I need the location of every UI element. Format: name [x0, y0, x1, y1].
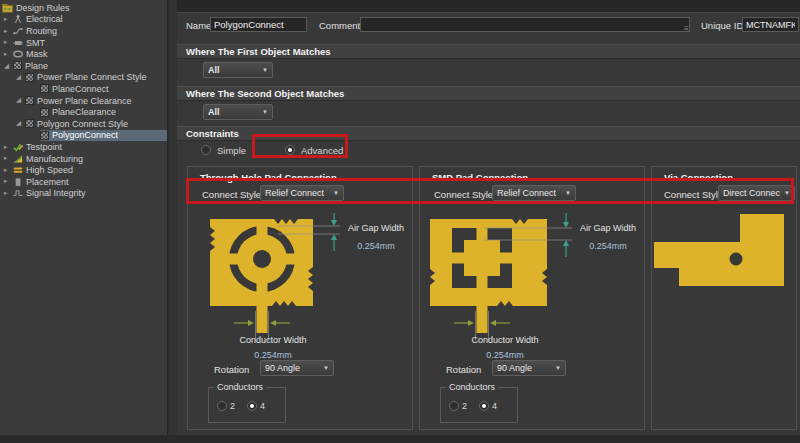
electrical-icon	[13, 14, 23, 24]
dropdown-value: All	[208, 65, 220, 75]
second-object-scope-dropdown[interactable]: All ▼	[203, 104, 273, 120]
through-hole-pad-diagram: Air Gap Width 0.254mm Conductor Width 0.…	[188, 211, 412, 363]
smd-pad-diagram: Air Gap Width 0.254mm Conductor Width 0.…	[420, 211, 644, 363]
air-gap-width-label: Air Gap Width	[340, 223, 412, 233]
sidebar-item-power-plane-clearance[interactable]: ◢ Power Plane Clearance	[0, 95, 167, 107]
expand-expanded-icon[interactable]: ◢	[16, 120, 25, 127]
sidebar-item-signal-integrity[interactable]: ▸ Signal Integrity	[0, 188, 167, 200]
expand-collapsed-icon[interactable]: ▸	[4, 51, 13, 58]
sidebar-item-label: Placement	[26, 177, 69, 187]
folder-icon	[2, 3, 13, 13]
via-hole	[730, 253, 743, 266]
expand-collapsed-icon[interactable]: ▸	[4, 190, 13, 197]
rotation-dropdown[interactable]: 90 Angle ▼	[260, 360, 334, 376]
sidebar-item-design-rules[interactable]: Design Rules	[0, 2, 167, 14]
smd-connect-style-dropdown[interactable]: Relief Connect ▼	[492, 185, 576, 201]
first-object-scope-dropdown[interactable]: All ▼	[203, 62, 273, 78]
unique-id-value[interactable]	[742, 17, 799, 32]
dropdown-value: Direct Connect	[723, 188, 780, 198]
testpoint-icon	[13, 142, 23, 152]
sidebar-item-label: Mask	[26, 49, 48, 59]
air-gap-width-label: Air Gap Width	[572, 223, 644, 233]
expand-expanded-icon[interactable]: ◢	[16, 74, 25, 81]
dropdown-value: Relief Connect	[265, 188, 324, 198]
expand-collapsed-icon[interactable]: ▸	[4, 155, 13, 162]
connect-style-label: Connect Style	[434, 189, 493, 200]
smd-pad-connection-section: SMD Pad Connection Connect Style Relief …	[419, 166, 645, 430]
comment-input[interactable]	[360, 17, 690, 32]
expand-collapsed-icon[interactable]: ▸	[4, 178, 13, 185]
sidebar-item-smt[interactable]: ▸ SMT	[0, 37, 167, 49]
expand-collapsed-icon[interactable]: ▸	[4, 39, 13, 46]
sidebar-item-label: Polygon Connect Style	[37, 119, 128, 129]
rule-icon	[40, 108, 49, 117]
advanced-radio[interactable]	[285, 145, 295, 155]
rotation-dropdown[interactable]: 90 Angle ▼	[492, 360, 566, 376]
sidebar-item-label: Routing	[26, 26, 57, 36]
sidebar-item-mask[interactable]: ▸ Mask	[0, 48, 167, 60]
sidebar-item-electrical[interactable]: ▸ Electrical	[0, 14, 167, 26]
smd-pad	[464, 240, 500, 276]
name-label: Name	[186, 18, 211, 33]
sidebar-item-label: Power Plane Connect Style	[37, 72, 147, 82]
dropdown-value: 90 Angle	[497, 363, 532, 373]
via-connect-style-dropdown[interactable]: Direct Connect ▼	[718, 185, 795, 201]
manufacturing-icon	[13, 154, 23, 164]
sidebar-item-placement[interactable]: ▸ Placement	[0, 176, 167, 188]
via-direct-connect-graphic	[652, 211, 798, 321]
pad-hole	[253, 250, 271, 268]
sidebar-item-testpoint[interactable]: ▸ Testpoint	[0, 141, 167, 153]
conductors-2-radio[interactable]	[449, 401, 459, 411]
high-speed-icon	[13, 165, 23, 175]
conductors-2-label: 2	[462, 401, 467, 411]
section-title: SMD Pad Connection	[432, 172, 528, 183]
polygon-connect-rule-dialog: { "sidebar": { "items": [ {"label": "Des…	[0, 0, 800, 443]
sidebar-item-power-plane-connect-style[interactable]: ◢ Power Plane Connect Style	[0, 72, 167, 84]
expand-collapsed-icon[interactable]: ▸	[4, 144, 13, 151]
conductors-4-radio[interactable]	[479, 401, 489, 411]
dropdown-value: Relief Connect	[497, 188, 556, 198]
expand-collapsed-icon[interactable]: ▸	[4, 16, 13, 23]
expand-expanded-icon[interactable]: ◢	[4, 63, 13, 70]
dropdown-value: All	[208, 107, 220, 117]
conductors-2-label: 2	[230, 401, 235, 411]
sidebar-item-routing[interactable]: ▸ Routing	[0, 25, 167, 37]
conductors-groupbox: Conductors 2 4	[440, 387, 518, 423]
via-connection-section: Via Connection Connect Style Direct Conn…	[651, 166, 797, 430]
simple-radio[interactable]	[201, 145, 211, 155]
sidebar-item-label: Plane	[25, 61, 48, 71]
expand-collapsed-icon[interactable]: ▸	[4, 28, 13, 35]
sidebar-item-manufacturing[interactable]: ▸ Manufacturing	[0, 153, 167, 165]
sidebar-item-polygonconnect-selected[interactable]: PolygonConnect	[0, 130, 167, 142]
rule-type-icon	[25, 119, 34, 128]
placement-icon	[13, 177, 23, 187]
sidebar-item-planeclearance[interactable]: PlaneClearance	[0, 106, 167, 118]
air-gap-width-value: 0.254mm	[572, 241, 644, 251]
conductor-width-value: 0.254mm	[430, 350, 580, 360]
rotation-label: Rotation	[446, 362, 481, 377]
conductor-width-value: 0.254mm	[198, 350, 348, 360]
panel-top-strip	[177, 0, 800, 13]
sidebar-item-polygon-connect-style[interactable]: ◢ Polygon Connect Style	[0, 118, 167, 130]
sidebar-item-plane[interactable]: ◢ Plane	[0, 60, 167, 72]
resize-grip-icon[interactable]: ≡	[684, 24, 689, 33]
sidebar-item-label: PlaneClearance	[52, 107, 116, 117]
conductors-2-radio[interactable]	[217, 401, 227, 411]
section-title: Through Hole Pad Connection	[200, 172, 337, 183]
chevron-down-icon: ▼	[784, 190, 790, 196]
sidebar-item-label: PlaneConnect	[52, 84, 109, 94]
name-input[interactable]	[210, 17, 307, 32]
section-title: Via Connection	[664, 172, 733, 183]
smt-icon	[13, 38, 23, 48]
conductors-4-radio[interactable]	[247, 401, 257, 411]
conductors-label: Conductors	[446, 382, 498, 392]
signal-integrity-icon	[13, 188, 23, 198]
mask-icon	[13, 49, 23, 59]
through-hole-connect-style-dropdown[interactable]: Relief Connect ▼	[260, 185, 344, 201]
sidebar-item-high-speed[interactable]: ▸ High Speed	[0, 164, 167, 176]
dropdown-value: 90 Angle	[265, 363, 300, 373]
expand-collapsed-icon[interactable]: ▸	[4, 167, 13, 174]
sidebar-item-planeconnect[interactable]: PlaneConnect	[0, 83, 167, 95]
via-direct-connect-diagram	[652, 211, 796, 363]
expand-expanded-icon[interactable]: ◢	[16, 97, 25, 104]
